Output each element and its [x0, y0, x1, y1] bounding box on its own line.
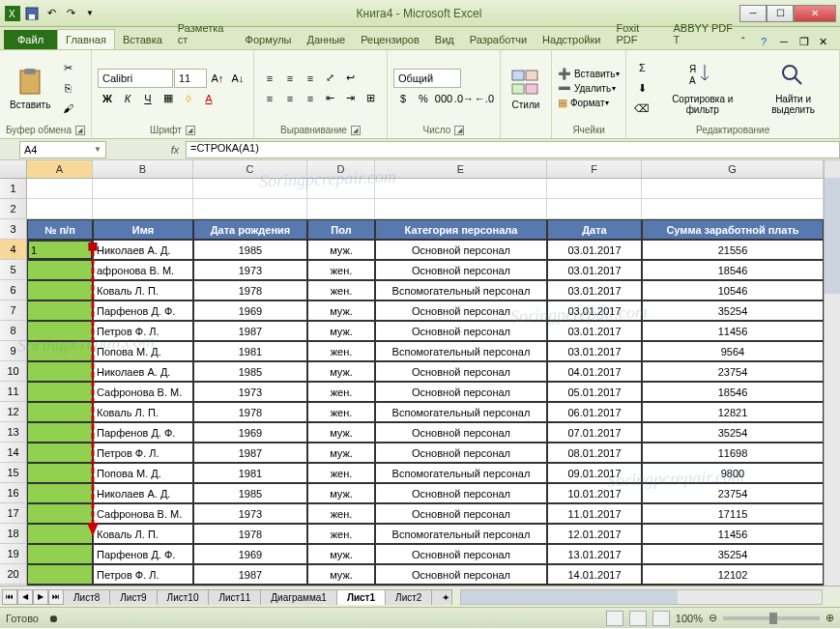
cell[interactable]	[27, 443, 93, 463]
sheet-nav-last[interactable]: ⏭	[48, 589, 64, 605]
minimize-ribbon-icon[interactable]: ˆ	[741, 36, 755, 49]
cell[interactable]: 11456	[642, 524, 824, 544]
workbook-minimize-icon[interactable]: ─	[780, 36, 794, 49]
cell[interactable]	[27, 564, 93, 585]
cell[interactable]: 03.01.2017	[547, 321, 642, 341]
cell[interactable]: 1969	[193, 544, 307, 564]
cell[interactable]: Николаев А. Д.	[93, 483, 193, 503]
delete-cells-button[interactable]: ➖Удалить▾	[558, 82, 620, 95]
cell[interactable]: 1978	[193, 402, 307, 422]
cell[interactable]: 08.01.2017	[547, 443, 642, 463]
view-pagelayout-icon[interactable]	[629, 611, 647, 626]
col-header-G[interactable]: G	[642, 160, 824, 178]
align-center-icon[interactable]: ≡	[280, 89, 300, 108]
name-box[interactable]: A4▼	[19, 141, 106, 158]
cell[interactable]	[642, 199, 824, 219]
row-header[interactable]: 3	[0, 219, 27, 240]
autosum-icon[interactable]: Σ	[632, 58, 652, 77]
border-icon[interactable]: ▦	[159, 89, 178, 108]
cell[interactable]: 1985	[193, 483, 307, 503]
sort-filter-button[interactable]: ЯА Сортировка и фильтр	[655, 59, 749, 117]
cell[interactable]: Основной персонал	[375, 300, 547, 321]
row-header[interactable]: 20	[0, 564, 27, 585]
cell[interactable]: Попова М. Д.	[93, 341, 193, 361]
cell[interactable]: Основной персонал	[375, 260, 547, 280]
cell[interactable]: 10546	[642, 280, 824, 300]
clipboard-launcher[interactable]: ◢	[75, 126, 85, 135]
save-icon[interactable]	[23, 5, 41, 22]
col-header-C[interactable]: C	[193, 160, 307, 178]
macro-record-icon[interactable]: ⏺	[48, 613, 59, 624]
tab-formulas[interactable]: Формулы	[238, 30, 300, 49]
cell[interactable]: Основной персонал	[375, 544, 547, 564]
cell[interactable]: 9800	[642, 463, 824, 483]
format-painter-icon[interactable]: 🖌	[58, 99, 77, 118]
cell[interactable]: муж.	[307, 564, 375, 585]
cell[interactable]: жен.	[307, 402, 375, 422]
decrease-indent-icon[interactable]: ⇤	[321, 89, 340, 108]
align-middle-icon[interactable]: ≡	[280, 69, 300, 88]
row-header[interactable]: 1	[0, 179, 27, 199]
sheet-tab[interactable]: Диаграмма1	[260, 589, 337, 605]
fill-icon[interactable]: ⬇	[632, 78, 652, 98]
cell[interactable]	[27, 199, 93, 219]
undo-icon[interactable]: ↶	[43, 5, 60, 22]
cell[interactable]: 18546	[642, 382, 824, 402]
cell[interactable]: 23754	[642, 483, 824, 503]
paste-button[interactable]: Вставить	[6, 65, 54, 112]
bold-icon[interactable]: Ж	[98, 89, 117, 108]
zoom-out-button[interactable]: ⊖	[709, 612, 717, 624]
cell[interactable]: 13.01.2017	[547, 544, 642, 564]
cell[interactable]	[27, 503, 93, 524]
workbook-restore-icon[interactable]: ❐	[799, 36, 813, 49]
cell[interactable]	[27, 361, 93, 382]
find-select-button[interactable]: Найти и выделить	[753, 59, 833, 117]
font-size-combo[interactable]: 11	[174, 69, 207, 88]
row-header[interactable]: 6	[0, 280, 27, 300]
tab-pagelayout[interactable]: Разметка ст	[170, 18, 238, 49]
cell[interactable]: Основной персонал	[375, 503, 547, 524]
cell[interactable]: Пол	[307, 219, 375, 240]
cell[interactable]: 1981	[193, 585, 307, 586]
row-header[interactable]: 17	[0, 503, 27, 524]
row-header[interactable]: 4	[0, 240, 27, 260]
cell[interactable]: 14.01.2017	[547, 564, 642, 585]
cell[interactable]: 9800	[642, 585, 824, 586]
underline-icon[interactable]: Ч	[138, 89, 158, 108]
sheet-tab[interactable]: Лист8	[63, 589, 110, 605]
cell[interactable]: афронова В. М.	[93, 260, 193, 280]
cell[interactable]	[27, 524, 93, 544]
cell[interactable]	[547, 199, 642, 219]
align-launcher[interactable]: ◢	[351, 126, 361, 135]
cell[interactable]: Сумма заработной плать	[642, 219, 824, 240]
cell[interactable]: 12.01.2017	[547, 524, 642, 544]
cell[interactable]	[93, 199, 193, 219]
cell[interactable]: Основной персонал	[375, 483, 547, 503]
cell[interactable]	[375, 199, 547, 219]
row-header[interactable]: 19	[0, 544, 27, 564]
number-launcher[interactable]: ◢	[454, 126, 464, 135]
cell[interactable]	[27, 341, 93, 361]
cell[interactable]: муж.	[307, 483, 375, 503]
cell[interactable]: муж.	[307, 300, 375, 321]
cell[interactable]: Основной персонал	[375, 443, 547, 463]
tab-abbyy[interactable]: ABBYY PDF T	[665, 18, 741, 49]
row-header[interactable]: 16	[0, 483, 27, 503]
cell[interactable]: Сафронова В. М.	[93, 382, 193, 402]
increase-decimal-icon[interactable]: .0→	[454, 89, 474, 108]
cell[interactable]: Имя	[93, 219, 193, 240]
redo-icon[interactable]: ↷	[62, 5, 79, 22]
cell[interactable]: 11456	[642, 321, 824, 341]
orientation-icon[interactable]: ⤢	[321, 69, 340, 88]
cell[interactable]	[27, 321, 93, 341]
row-header[interactable]: 11	[0, 382, 27, 402]
format-cells-button[interactable]: ▦Формат▾	[558, 97, 620, 109]
cell[interactable]: муж.	[307, 240, 375, 260]
cell[interactable]: 1973	[193, 260, 307, 280]
cell[interactable]: 11.01.2017	[547, 503, 642, 524]
file-tab[interactable]: Файл	[4, 30, 57, 49]
sheet-nav-prev[interactable]: ◀	[17, 589, 33, 605]
sheet-nav-next[interactable]: ▶	[33, 589, 48, 605]
cell[interactable]: Парфенов Д. Ф.	[93, 544, 193, 564]
row-header[interactable]: 7	[0, 300, 27, 321]
